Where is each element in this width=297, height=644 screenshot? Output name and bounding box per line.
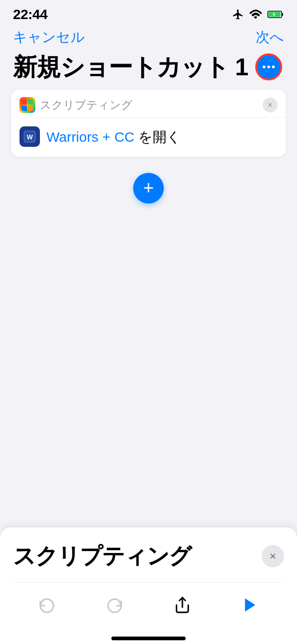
- add-action-button[interactable]: +: [133, 173, 164, 204]
- airplane-icon: [232, 8, 244, 20]
- status-bar: 22:44: [0, 0, 297, 26]
- action-suffix: を開く: [135, 129, 181, 145]
- action-close-button[interactable]: ×: [263, 98, 278, 112]
- add-button-row: +: [0, 168, 297, 217]
- redo-button[interactable]: [102, 592, 128, 618]
- page-title: 新規ショートカット 1: [13, 54, 248, 80]
- share-button[interactable]: [169, 592, 195, 618]
- nav-bar: キャンセル 次へ: [0, 26, 297, 52]
- next-button[interactable]: 次へ: [256, 28, 284, 47]
- action-category: スクリプティング: [19, 97, 133, 113]
- action-app-name: Warriors + CC: [46, 129, 135, 145]
- more-button[interactable]: [255, 53, 282, 80]
- scripting-icon: [19, 97, 35, 113]
- toolbar: [13, 582, 284, 637]
- action-card-header: スクリプティング ×: [11, 90, 286, 118]
- bottom-panel-title: スクリプティング: [13, 541, 191, 571]
- more-dots-icon: [263, 66, 275, 68]
- battery-icon: [267, 10, 284, 19]
- cancel-button[interactable]: キャンセル: [13, 28, 85, 47]
- app-icon: W: [19, 126, 40, 147]
- bottom-panel-close-button[interactable]: ×: [262, 545, 284, 567]
- svg-marker-7: [245, 598, 255, 612]
- bottom-panel: スクリプティング ×: [0, 527, 297, 644]
- svg-text:W: W: [26, 133, 33, 141]
- status-icons: [232, 8, 284, 20]
- plus-icon: +: [143, 178, 154, 197]
- action-card-body[interactable]: W Warriors + CC を開く: [11, 118, 286, 157]
- status-time: 22:44: [13, 7, 47, 22]
- action-text: Warriors + CC を開く: [46, 128, 181, 146]
- play-button[interactable]: [237, 592, 263, 618]
- bottom-panel-header: スクリプティング ×: [13, 541, 284, 571]
- category-label: スクリプティング: [40, 98, 133, 112]
- wifi-icon: [249, 8, 263, 20]
- home-indicator: [111, 637, 186, 640]
- svg-rect-1: [282, 13, 283, 16]
- action-card: スクリプティング × W Warriors + CC を開く: [11, 90, 286, 157]
- empty-area: [0, 217, 297, 403]
- page-title-row: 新規ショートカット 1: [0, 52, 297, 90]
- undo-button[interactable]: [34, 592, 60, 618]
